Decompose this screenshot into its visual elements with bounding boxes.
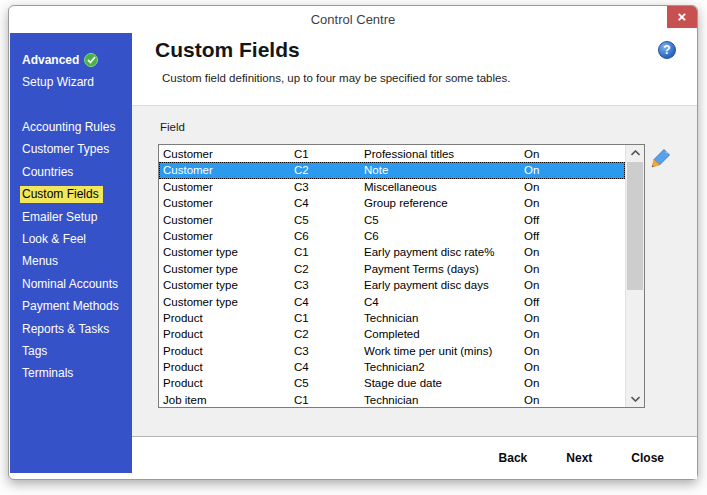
cell-table: Customer type [159,261,294,277]
cell-name: Technician2 [364,359,524,375]
close-icon: × [678,8,687,25]
next-button[interactable]: Next [566,451,592,465]
cell-table: Customer [159,212,294,228]
cell-table: Customer type [159,277,294,293]
cell-code: C3 [294,179,364,195]
cell-code: C1 [294,392,364,407]
cell-state: On [524,343,625,359]
cell-state: On [524,326,625,342]
cell-code: C3 [294,343,364,359]
sidebar-item-nominal-accounts[interactable]: Nominal Accounts [22,273,132,295]
advanced-label: Advanced [22,49,79,71]
table-row[interactable]: ProductC3Work time per unit (mins)On [159,343,625,359]
table-row[interactable]: Customer typeC1Early payment disc rate%O… [159,244,625,260]
sidebar-item-label: Tags [22,343,50,360]
cell-code: C4 [294,359,364,375]
sidebar-item-customer-types[interactable]: Customer Types [22,138,132,160]
setup-wizard-label: Setup Wizard [22,75,94,89]
cell-name: Technician [364,392,524,407]
sidebar-item-emailer-setup[interactable]: Emailer Setup [22,206,132,228]
cell-code: C2 [294,162,364,178]
cell-code: C3 [294,277,364,293]
cell-code: C4 [294,195,364,211]
cell-state: On [524,392,625,407]
table-row[interactable]: CustomerC5C5Off [159,212,625,228]
page-title: Custom Fields [155,38,300,62]
scrollbar-thumb[interactable] [627,162,643,290]
table-row[interactable]: CustomerC6C6Off [159,228,625,244]
table-row[interactable]: ProductC1TechnicianOn [159,310,625,326]
cell-table: Customer type [159,244,294,260]
sidebar-item-label: Accounting Rules [22,119,118,136]
cell-state: On [524,195,625,211]
cell-code: C1 [294,310,364,326]
sidebar-item-label: Payment Methods [22,298,122,315]
cell-state: On [524,359,625,375]
sidebar-item-terminals[interactable]: Terminals [22,362,132,384]
table-row[interactable]: Job itemC1TechnicianOn [159,392,625,407]
cell-state: On [524,146,625,162]
sidebar-nav: Accounting RulesCustomer TypesCountriesC… [22,116,132,385]
close-button[interactable]: × [667,6,697,28]
edit-pencil-icon[interactable] [651,148,671,168]
scroll-up-button[interactable] [626,145,644,161]
cell-name: Miscellaneous [364,179,524,195]
scroll-down-button[interactable] [626,391,644,407]
cell-code: C1 [294,146,364,162]
sidebar-item-countries[interactable]: Countries [22,161,132,183]
sidebar-item-menus[interactable]: Menus [22,250,132,272]
back-button[interactable]: Back [499,451,528,465]
sidebar-item-accounting-rules[interactable]: Accounting Rules [22,116,132,138]
sidebar: Advanced Setup Wizard Accounting RulesCu… [10,33,132,473]
table-row[interactable]: Customer typeC4C4Off [159,294,625,310]
cell-code: C6 [294,228,364,244]
table-row[interactable]: ProductC4Technician2On [159,359,625,375]
cell-code: C5 [294,375,364,391]
table-row[interactable]: ProductC5Stage due dateOn [159,375,625,391]
cell-name: C5 [364,212,524,228]
sidebar-item-label: Reports & Tasks [22,321,112,338]
control-centre-window: Control Centre × Advanced Setup Wizard A… [8,5,698,480]
sidebar-item-reports-tasks[interactable]: Reports & Tasks [22,318,132,340]
sidebar-item-label: Menus [22,253,61,270]
cell-name: Work time per unit (mins) [364,343,524,359]
scrollbar[interactable] [625,145,644,407]
close-wizard-button[interactable]: Close [631,451,664,465]
cell-code: C4 [294,294,364,310]
cell-name: Professional titles [364,146,524,162]
cell-table: Product [159,375,294,391]
sidebar-item-custom-fields[interactable]: Custom Fields [22,183,132,205]
table-row[interactable]: CustomerC4Group referenceOn [159,195,625,211]
cell-table: Product [159,310,294,326]
sidebar-item-tags[interactable]: Tags [22,340,132,362]
cell-table: Customer [159,228,294,244]
cell-state: On [524,277,625,293]
cell-code: C2 [294,326,364,342]
cell-table: Customer [159,146,294,162]
sidebar-item-look-feel[interactable]: Look & Feel [22,228,132,250]
page-subtitle: Custom field definitions, up to four may… [162,72,510,84]
sidebar-item-label: Nominal Accounts [22,276,121,293]
cell-name: Note [364,162,524,178]
cell-table: Job item [159,392,294,407]
cell-name: Completed [364,326,524,342]
help-icon[interactable]: ? [658,41,676,59]
cell-state: On [524,244,625,260]
table-row[interactable]: CustomerC1Professional titlesOn [159,146,625,162]
table-row[interactable]: CustomerC3MiscellaneousOn [159,179,625,195]
cell-code: C1 [294,244,364,260]
table-row[interactable]: Customer typeC2Payment Terms (days)On [159,261,625,277]
check-circle-icon [84,53,98,67]
cell-table: Product [159,359,294,375]
content-panel: Field CustomerC1Professional titlesOnCus… [132,105,697,436]
sidebar-section-advanced: Advanced [22,49,132,71]
cell-name: Payment Terms (days) [364,261,524,277]
table-row[interactable]: CustomerC2NoteOn [159,162,625,178]
table-row[interactable]: ProductC2CompletedOn [159,326,625,342]
cell-table: Product [159,343,294,359]
sidebar-item-label: Customer Types [22,141,112,158]
sidebar-item-setup-wizard[interactable]: Setup Wizard [22,71,132,93]
table-row[interactable]: Customer typeC3Early payment disc daysOn [159,277,625,293]
sidebar-item-payment-methods[interactable]: Payment Methods [22,295,132,317]
cell-table: Customer [159,179,294,195]
